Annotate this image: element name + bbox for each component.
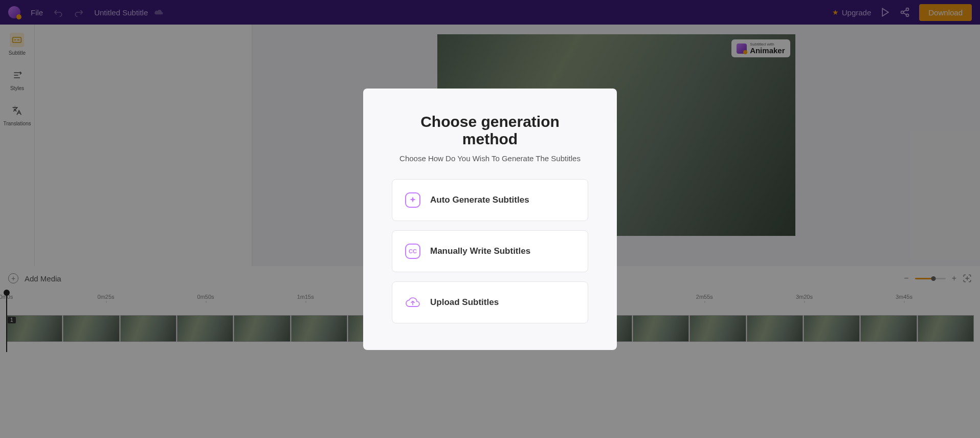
- option-label: Manually Write Subtitles: [430, 246, 530, 256]
- option-manual-write[interactable]: CC Manually Write Subtitles: [392, 230, 588, 272]
- option-upload[interactable]: Upload Subtitles: [392, 281, 588, 323]
- sparkle-icon: [405, 192, 421, 208]
- modal-overlay[interactable]: Choose generation method Choose How Do Y…: [0, 0, 980, 438]
- svg-text:CC: CC: [409, 248, 417, 254]
- cc-icon: CC: [405, 243, 421, 259]
- option-label: Upload Subtitles: [430, 297, 499, 308]
- generation-method-modal: Choose generation method Choose How Do Y…: [363, 89, 617, 350]
- modal-subtitle: Choose How Do You Wish To Generate The S…: [392, 154, 588, 163]
- option-auto-generate[interactable]: Auto Generate Subtitles: [392, 179, 588, 221]
- cloud-upload-icon: [405, 294, 421, 311]
- modal-title: Choose generation method: [392, 113, 588, 148]
- option-label: Auto Generate Subtitles: [430, 195, 529, 205]
